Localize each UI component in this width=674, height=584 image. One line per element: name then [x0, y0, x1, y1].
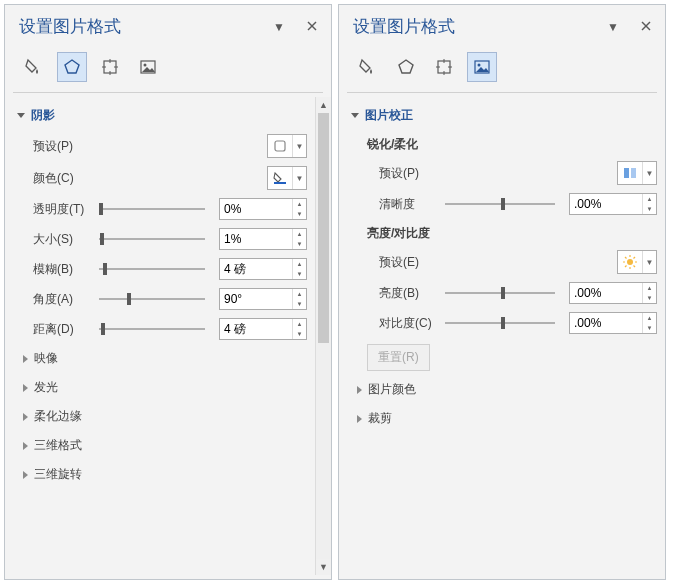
contrast-input[interactable]: ▲▼: [569, 312, 657, 334]
svg-line-29: [625, 257, 627, 259]
svg-line-32: [634, 257, 636, 259]
vertical-scrollbar[interactable]: ▲ ▼: [315, 97, 331, 575]
size-label: 大小(S): [33, 231, 91, 248]
brightness-preset-dropdown[interactable]: ▼: [617, 250, 657, 274]
caret-open-icon: [351, 113, 359, 118]
chevron-down-icon: ▼: [642, 251, 656, 273]
distance-slider[interactable]: [99, 321, 211, 337]
caret-closed-icon: [357, 386, 362, 394]
picture-tab[interactable]: [133, 52, 163, 82]
clarity-label: 清晰度: [379, 196, 437, 213]
blur-input[interactable]: ▲▼: [219, 258, 307, 280]
scroll-up-button[interactable]: ▲: [316, 97, 331, 113]
contrast-slider[interactable]: [445, 315, 561, 331]
sun-icon: [618, 251, 642, 273]
correction-section-header[interactable]: 图片校正: [351, 101, 661, 130]
svg-line-30: [634, 266, 636, 268]
transparency-slider[interactable]: [99, 201, 211, 217]
panel-close-button[interactable]: [307, 20, 317, 34]
panel-menu-button[interactable]: ▼: [607, 20, 619, 34]
glow-section-header[interactable]: 发光: [23, 373, 311, 402]
square-icon: [268, 135, 292, 157]
size-slider[interactable]: [99, 231, 211, 247]
panel-header: 设置图片格式 ▼: [5, 9, 331, 44]
reset-button[interactable]: 重置(R): [367, 344, 430, 371]
svg-point-9: [144, 64, 147, 67]
color-bucket-icon: [268, 167, 292, 189]
brightness-input[interactable]: ▲▼: [569, 282, 657, 304]
clarity-slider[interactable]: [445, 196, 561, 212]
svg-rect-23: [631, 168, 636, 178]
spin-down[interactable]: ▼: [293, 209, 306, 219]
angle-input[interactable]: ▲▼: [219, 288, 307, 310]
svg-marker-14: [399, 60, 413, 73]
panel-close-button[interactable]: [641, 20, 651, 34]
effects-tab[interactable]: [57, 52, 87, 82]
shadow-section-header[interactable]: 阴影: [17, 101, 311, 130]
scroll-thumb[interactable]: [318, 113, 329, 343]
picture-tab[interactable]: [467, 52, 497, 82]
category-toolbar: [5, 44, 331, 92]
caret-closed-icon: [23, 384, 28, 392]
3d-rotation-section-header[interactable]: 三维旋转: [23, 460, 311, 489]
clarity-input[interactable]: ▲▼: [569, 193, 657, 215]
distance-label: 距离(D): [33, 321, 91, 338]
caret-closed-icon: [23, 355, 28, 363]
chevron-down-icon: ▼: [642, 162, 656, 184]
transparency-label: 透明度(T): [33, 201, 91, 218]
section-label: 阴影: [31, 107, 55, 124]
preset-label: 预设(P): [33, 138, 91, 155]
category-toolbar: [339, 44, 665, 92]
blur-slider[interactable]: [99, 261, 211, 277]
caret-closed-icon: [23, 442, 28, 450]
soft-edges-section-header[interactable]: 柔化边缘: [23, 402, 311, 431]
crop-section-header[interactable]: 裁剪: [357, 404, 661, 433]
brightness-contrast-subhead: 亮度/对比度: [351, 219, 661, 246]
contrast-label: 对比度(C): [379, 315, 437, 332]
panel-header: 设置图片格式 ▼: [339, 9, 665, 44]
chevron-down-icon: ▼: [292, 135, 306, 157]
caret-open-icon: [17, 113, 25, 118]
panel-title: 设置图片格式: [353, 15, 455, 38]
size-properties-tab[interactable]: [95, 52, 125, 82]
3d-format-section-header[interactable]: 三维格式: [23, 431, 311, 460]
brightness-slider[interactable]: [445, 285, 561, 301]
chevron-down-icon: ▼: [292, 167, 306, 189]
svg-point-21: [478, 64, 481, 67]
panel-title: 设置图片格式: [19, 15, 121, 38]
fill-line-tab[interactable]: [19, 52, 49, 82]
shadow-color-dropdown[interactable]: ▼: [267, 166, 307, 190]
svg-line-31: [625, 266, 627, 268]
format-picture-panel-picture: 设置图片格式 ▼ 图片校正 锐化/柔化: [338, 4, 666, 580]
svg-rect-22: [624, 168, 629, 178]
sharpen-preset-dropdown[interactable]: ▼: [617, 161, 657, 185]
svg-rect-11: [274, 182, 286, 184]
effects-content: 阴影 预设(P) ▼ 颜色(C): [5, 97, 315, 575]
svg-rect-10: [275, 141, 285, 151]
fill-line-tab[interactable]: [353, 52, 383, 82]
shadow-preset-dropdown[interactable]: ▼: [267, 134, 307, 158]
size-properties-tab[interactable]: [429, 52, 459, 82]
panel-controls: ▼: [607, 20, 651, 34]
size-input[interactable]: ▲▼: [219, 228, 307, 250]
preset-label: 预设(P): [379, 165, 437, 182]
caret-closed-icon: [23, 413, 28, 421]
blur-label: 模糊(B): [33, 261, 91, 278]
spin-up[interactable]: ▲: [293, 199, 306, 209]
reflection-section-header[interactable]: 映像: [23, 344, 311, 373]
scroll-down-button[interactable]: ▼: [316, 559, 331, 575]
color-label: 颜色(C): [33, 170, 91, 187]
brightness-label: 亮度(B): [379, 285, 437, 302]
panel-menu-button[interactable]: ▼: [273, 20, 285, 34]
picture-color-section-header[interactable]: 图片颜色: [357, 375, 661, 404]
angle-slider[interactable]: [99, 291, 211, 307]
transparency-input[interactable]: ▲▼: [219, 198, 307, 220]
effects-tab[interactable]: [391, 52, 421, 82]
svg-point-24: [627, 259, 633, 265]
distance-input[interactable]: ▲▼: [219, 318, 307, 340]
preset-grid-icon: [618, 162, 642, 184]
caret-closed-icon: [23, 471, 28, 479]
svg-marker-2: [65, 60, 79, 73]
picture-content: 图片校正 锐化/柔化 预设(P) ▼ 清晰度: [339, 97, 665, 575]
angle-label: 角度(A): [33, 291, 91, 308]
